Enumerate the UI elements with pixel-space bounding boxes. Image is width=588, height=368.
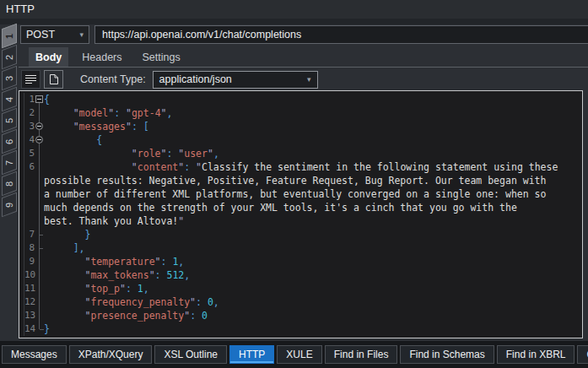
code-line: 6 "content": "Classify the sentiment in … [19, 160, 582, 174]
code-text: } [44, 322, 582, 336]
code-text: { [44, 93, 582, 106]
output-window-tabs: MessagesXPath/XQueryXSL OutlineHTTPXULEF… [0, 341, 588, 368]
fold-marker-line [35, 214, 43, 228]
code-text: "temperature": 1, [44, 255, 582, 268]
request-body-editor[interactable]: 1{2 "model": "gpt-4",3 "messages": [4 {5… [19, 90, 583, 338]
request-slot-tab-label: 6 [4, 138, 14, 143]
fold-marker-line [35, 282, 43, 295]
line-number: 9 [24, 255, 35, 268]
fold-marker-line [35, 147, 43, 160]
code-line: possible results: Negative, Positive, Fe… [19, 174, 582, 187]
code-text: "max_tokens": 512, [44, 268, 582, 282]
request-slot-tab-9[interactable]: 9 [2, 192, 17, 218]
panel-title-bar: HTTP [0, 0, 588, 19]
fold-marker-line [35, 268, 43, 282]
code-text: "top_p": 1, [44, 282, 582, 295]
code-line: 14} [19, 322, 582, 336]
tab-settings[interactable]: Settings [136, 47, 187, 67]
fold-marker-circle[interactable] [35, 120, 43, 133]
bottom-tab-charts[interactable]: Charts [577, 345, 588, 364]
line-number [24, 187, 35, 201]
request-slot-tab-label: 4 [4, 96, 14, 101]
code-line: 11 "top_p": 1, [19, 282, 582, 295]
code-line: 4 { [19, 133, 582, 147]
method-select[interactable]: POST ▾ [20, 25, 89, 44]
http-panel: HTTP 123456789 POST ▾ BodyHeadersSetting… [0, 0, 588, 368]
url-input[interactable] [94, 25, 588, 44]
line-number: 12 [24, 295, 35, 309]
line-number [24, 214, 35, 228]
request-slot-tab-label: 7 [4, 160, 14, 165]
panel-title: HTTP [6, 3, 35, 15]
bottom-tab-find-in-files[interactable]: Find in Files [325, 345, 398, 364]
request-slot-tab-label: 9 [4, 202, 14, 207]
line-number: 8 [24, 241, 35, 255]
code-text: { [44, 133, 582, 147]
bottom-tab-find-in-xbrl[interactable]: Find in XBRL [497, 345, 575, 364]
code-line: 7 } [19, 228, 582, 241]
code-line: 1{ [19, 93, 582, 106]
body-toolbar: Content Type: application/json ▾ [19, 68, 588, 90]
line-number: 4 [24, 133, 35, 147]
bottom-tab-xsl-outline[interactable]: XSL Outline [154, 345, 227, 364]
bottom-tab-messages[interactable]: Messages [2, 345, 67, 364]
request-slot-tabs: 123456789 [0, 26, 19, 216]
line-number: 3 [24, 120, 35, 133]
fold-marker-line [35, 174, 43, 187]
fold-marker-line [35, 309, 43, 322]
content-type-select[interactable]: application/json ▾ [153, 71, 318, 89]
fold-marker-line [35, 201, 43, 214]
code-line: best. Thank you Altova!" [19, 214, 582, 228]
tab-headers[interactable]: Headers [75, 47, 128, 67]
content-type-label: Content Type: [80, 73, 146, 85]
code-line: a number of different XML platforms, but… [19, 187, 582, 201]
code-text: much depends on the strength of your XML… [44, 201, 582, 214]
fold-marker-box[interactable] [35, 93, 43, 106]
line-number: 7 [24, 228, 35, 241]
code-text: } [44, 228, 582, 241]
line-number: 5 [24, 147, 35, 160]
request-slot-tab-label: 1 [4, 33, 14, 38]
request-slot-tab-label: 2 [4, 54, 14, 59]
code-line: 5 "role": "user", [19, 147, 582, 160]
line-number: 6 [24, 160, 35, 174]
code-text: "role": "user", [44, 147, 582, 160]
request-slot-tab-label: 8 [4, 181, 14, 186]
bottom-tab-xule[interactable]: XULE [277, 345, 321, 364]
code-line: 10 "max_tokens": 512, [19, 268, 582, 282]
code-line: 12 "frequency_penalty": 0, [19, 295, 582, 309]
fold-marker-end [35, 322, 43, 336]
line-number: 2 [24, 106, 35, 120]
code-text: ], [44, 241, 582, 255]
bottom-tab-find-in-schemas[interactable]: Find in Schemas [400, 345, 494, 364]
method-select-value: POST [26, 29, 55, 41]
line-number: 13 [24, 309, 35, 322]
fold-marker-tick [35, 241, 43, 255]
line-number: 11 [24, 282, 35, 295]
code-text: "messages": [ [44, 120, 582, 133]
code-text: a number of different XML platforms, but… [44, 187, 582, 201]
code-line: 2 "model": "gpt-4", [19, 106, 582, 120]
new-document-button[interactable] [44, 70, 63, 89]
fold-marker-line [35, 160, 43, 174]
code-line: much depends on the strength of your XML… [19, 201, 582, 214]
chevron-down-icon: ▾ [79, 30, 84, 39]
line-number: 10 [24, 268, 35, 282]
line-number [24, 201, 35, 214]
word-wrap-icon [25, 73, 36, 85]
request-slot-tab-label: 5 [4, 117, 14, 122]
code-line: 8 ], [19, 241, 582, 255]
code-text: "model": "gpt-4", [44, 106, 582, 120]
bottom-tab-xpath-xquery[interactable]: XPath/XQuery [69, 345, 153, 364]
line-number: 14 [24, 322, 35, 336]
tab-body[interactable]: Body [29, 47, 68, 67]
code-text: "frequency_penalty": 0, [44, 295, 582, 309]
code-text: "presence_penalty": 0 [44, 309, 582, 322]
fold-marker-line [35, 106, 43, 120]
chevron-down-icon: ▾ [307, 75, 311, 84]
fold-marker-line [35, 255, 43, 268]
bottom-tab-http[interactable]: HTTP [229, 345, 274, 364]
new-document-icon [49, 73, 59, 85]
fold-marker-circle[interactable] [35, 133, 43, 147]
word-wrap-button[interactable] [21, 70, 40, 89]
